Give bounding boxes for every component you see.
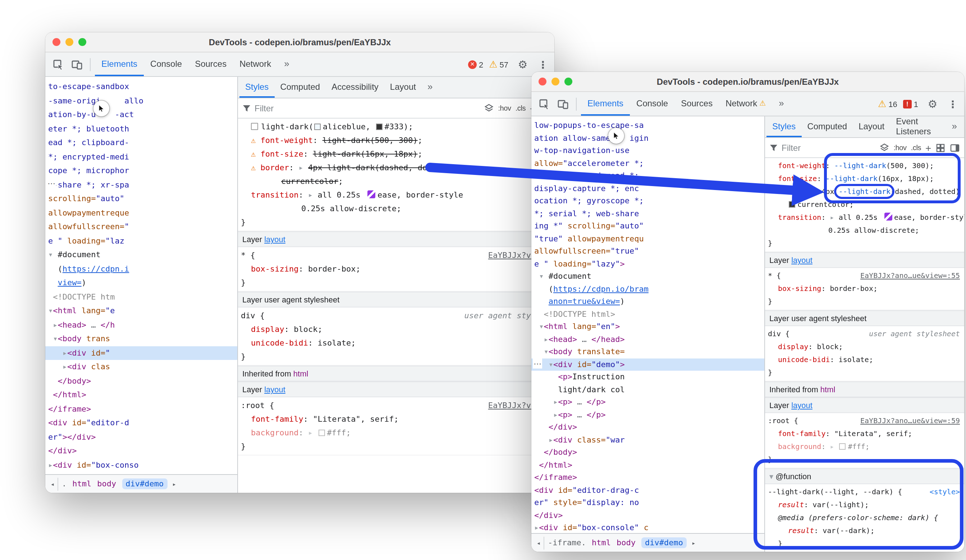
more-options-icon[interactable]: ⋮ bbox=[947, 95, 958, 113]
dom-tree-row[interactable]: ▸<div clas bbox=[45, 360, 237, 374]
style-declaration[interactable]: background: ▸ #fff; bbox=[765, 440, 964, 453]
more-options-icon[interactable]: ⋮ bbox=[537, 55, 549, 74]
toggle-hover-state-button[interactable]: :hov bbox=[894, 144, 906, 152]
dom-tree-row[interactable]: ▸<div id="box-console" c bbox=[531, 522, 764, 533]
style-declaration[interactable]: ⚠ font-size: light-dark(16px, 18px); bbox=[238, 147, 554, 161]
console-warnings-badge[interactable]: ⚠ 16 bbox=[878, 98, 897, 109]
styles-filter-input[interactable] bbox=[255, 103, 480, 113]
style-declaration[interactable]: transition: ▸ all 0.25s ease, border-sty… bbox=[238, 188, 554, 202]
inline-link[interactable]: anon=true&view= bbox=[549, 297, 620, 306]
dom-tree-row[interactable]: e " loading="lazy"> bbox=[531, 257, 764, 270]
dom-tree-row[interactable]: <p>Instruction bbox=[531, 371, 764, 383]
breadcrumb-forward-icon[interactable]: ▸ bbox=[171, 480, 177, 488]
stylesheet-link[interactable]: user agent stylesheet bbox=[869, 327, 960, 341]
issues-badge[interactable]: ! 1 bbox=[903, 100, 918, 108]
style-declaration[interactable]: font-family: "Literata", serif; bbox=[765, 427, 964, 440]
stylesheet-link[interactable]: EaYBJJx?ano…ue&view=:55 bbox=[860, 269, 960, 282]
zoom-button[interactable] bbox=[564, 78, 572, 85]
tab-layout[interactable]: Layout bbox=[853, 116, 890, 137]
overflow-dots-icon[interactable]: ⋯ bbox=[533, 359, 542, 368]
tab-accessibility[interactable]: Accessibility bbox=[326, 77, 384, 98]
settings-gear-icon[interactable]: ⚙ bbox=[924, 95, 941, 113]
style-declaration[interactable]: font-weight: --light-dark(500, 300); bbox=[765, 159, 964, 172]
tab-network[interactable]: Network bbox=[233, 52, 278, 76]
stylesheet-link[interactable]: <style> bbox=[930, 486, 960, 499]
dom-tree-row[interactable]: </body> bbox=[45, 374, 237, 388]
dom-tree-row[interactable]: w-top-navigation-use bbox=[531, 144, 764, 157]
tab--[interactable]: » bbox=[278, 52, 296, 76]
dom-tree-row[interactable]: low-popups-to-escape-sa bbox=[531, 119, 764, 132]
breadcrumb-forward-icon[interactable]: ▸ bbox=[690, 539, 697, 546]
style-declaration[interactable]: 0.25s allow-discrete; bbox=[238, 202, 554, 216]
dom-tree-row[interactable]: er"></div> bbox=[45, 430, 237, 444]
breadcrumb-item[interactable]: html bbox=[592, 538, 611, 547]
tab--[interactable]: » bbox=[946, 116, 963, 137]
console-errors-badge[interactable]: ✕ 2 bbox=[468, 60, 483, 69]
dom-tree-row[interactable]: (https://cdpn.io/bram bbox=[531, 283, 764, 295]
dom-tree-row[interactable]: </div> bbox=[531, 421, 764, 434]
style-declaration[interactable]: box-sizing: border-box; bbox=[238, 262, 554, 276]
overflow-dots-icon[interactable]: ⋯ bbox=[47, 178, 56, 188]
style-declaration[interactable]: } bbox=[765, 453, 964, 466]
grid-editor-icon[interactable] bbox=[935, 142, 946, 153]
inspect-icon[interactable] bbox=[49, 55, 67, 74]
style-declaration[interactable]: font-size: --light-dark(16px, 18px); bbox=[765, 172, 964, 185]
tab--[interactable]: » bbox=[772, 92, 790, 116]
tab-computed[interactable]: Computed bbox=[274, 77, 326, 98]
style-declaration[interactable]: light-dark(aliceblue, #333); bbox=[238, 120, 554, 134]
style-declaration[interactable]: @media (prefers-color-scheme: dark) { bbox=[765, 511, 964, 524]
style-declaration[interactable]: transition: ▸ all 0.25s ease, border-sty… bbox=[765, 211, 964, 224]
breadcrumb-item[interactable]: body bbox=[97, 479, 116, 488]
dom-tree-row[interactable]: ▾ #document bbox=[531, 270, 764, 283]
style-declaration[interactable]: currentcolor; bbox=[765, 198, 964, 211]
tab-layout[interactable]: Layout bbox=[384, 77, 422, 98]
dom-tree-row[interactable]: cope *; microphor bbox=[45, 164, 237, 178]
style-declaration[interactable]: 0.25s allow-discrete; bbox=[765, 224, 964, 237]
breadcrumb-back-icon[interactable]: ◂ bbox=[534, 536, 544, 549]
dom-tree-row[interactable]: er" style="display: no bbox=[531, 496, 764, 509]
dom-tree-row[interactable]: <!DOCTYPE htm bbox=[45, 290, 237, 304]
new-style-rule-button[interactable]: + bbox=[925, 144, 931, 151]
breadcrumb-item[interactable]: . bbox=[62, 479, 67, 488]
console-warnings-badge[interactable]: ⚠ 57 bbox=[489, 59, 508, 70]
dom-tree-row[interactable]: ▸<div class="war bbox=[531, 434, 764, 446]
inspect-icon[interactable] bbox=[536, 95, 553, 113]
dom-tree-row[interactable]: allowfullscreen="true" bbox=[531, 245, 764, 257]
tab-computed[interactable]: Computed bbox=[801, 116, 853, 137]
style-declaration[interactable]: result: var(--dark); bbox=[765, 524, 964, 537]
style-declaration[interactable]: border: ▸ 4px --light-dark(dashed, dotte… bbox=[765, 185, 964, 198]
style-declaration[interactable]: box-sizing: border-box; bbox=[765, 282, 964, 295]
zoom-button[interactable] bbox=[78, 38, 86, 46]
element-states-icon[interactable] bbox=[879, 142, 889, 153]
breadcrumb-item[interactable]: body bbox=[616, 538, 636, 547]
dom-tree-row[interactable]: ▸<p> … </p> bbox=[531, 396, 764, 408]
dom-tree-row[interactable]: view=) bbox=[45, 276, 237, 290]
dom-tree-row[interactable]: *; serial *; web-share bbox=[531, 207, 764, 220]
dom-tree-row[interactable]: allowfullscreen=" bbox=[45, 220, 237, 234]
style-declaration[interactable]: result: var(--light); bbox=[765, 499, 964, 511]
dom-tree-row[interactable]: (https://cdpn.i bbox=[45, 262, 237, 276]
tab-styles[interactable]: Styles bbox=[240, 77, 274, 98]
dom-tree-row[interactable]: to-escape-sandbox bbox=[45, 80, 237, 94]
dom-tree-row[interactable]: </div> bbox=[531, 509, 764, 522]
dom-tree-row[interactable]: ▾ #document bbox=[45, 248, 237, 262]
title-bar[interactable]: DevTools - codepen.io/bramus/pen/EaYBJJx bbox=[45, 32, 554, 52]
dom-tree-row[interactable]: ead *; clipboard- bbox=[45, 136, 237, 150]
breadcrumb-item[interactable]: div#demo bbox=[641, 537, 687, 548]
dom-tree-row[interactable]: <div id="editor-drag-c bbox=[531, 484, 764, 496]
dom-tree-row[interactable]: ▾<html lang="e bbox=[45, 304, 237, 318]
dom-tree-row[interactable]: display-capture *; enc bbox=[531, 182, 764, 195]
style-declaration[interactable]: } bbox=[238, 276, 554, 290]
dom-tree-row[interactable]: allow="accelerometer *; bbox=[531, 157, 764, 170]
style-declaration[interactable]: ⚠ border: ▸ 4px light-dark(dashed, dotte… bbox=[238, 161, 554, 175]
breadcrumb-item[interactable]: div#demo bbox=[122, 478, 167, 489]
dom-tree-row[interactable]: ▾<body trans bbox=[45, 332, 237, 346]
settings-gear-icon[interactable]: ⚙ bbox=[514, 55, 531, 74]
style-declaration[interactable]: } bbox=[765, 550, 964, 552]
dom-tree-row[interactable]: <!DOCTYPE html> bbox=[531, 308, 764, 321]
dom-tree-row[interactable]: ▸<head> … </head> bbox=[531, 333, 764, 345]
style-declaration[interactable]: } bbox=[238, 350, 554, 364]
inline-link[interactable]: https://cdpn.i bbox=[62, 264, 129, 273]
dom-tree-row[interactable]: </html> bbox=[45, 388, 237, 402]
dom-tree-row[interactable]: ▸<div id=" bbox=[45, 346, 237, 360]
